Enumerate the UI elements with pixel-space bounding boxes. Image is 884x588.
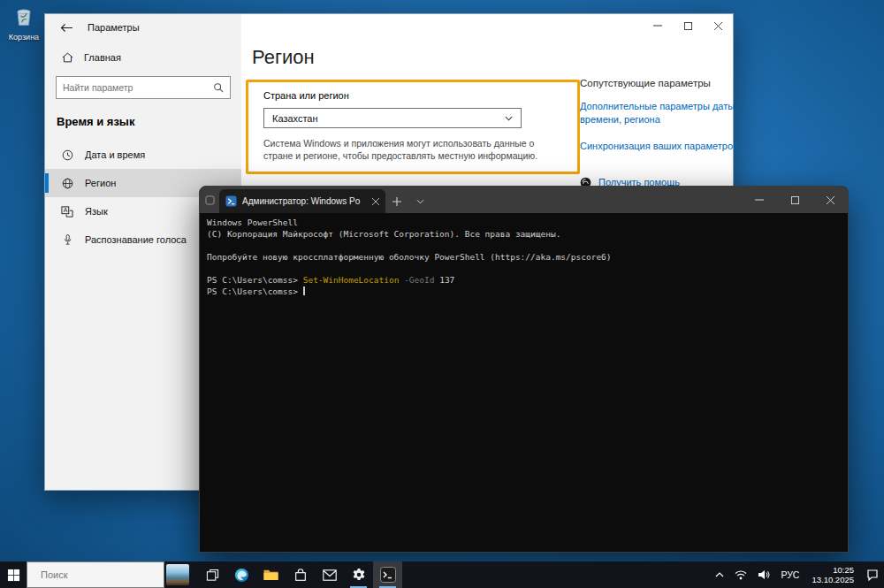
task-view-button[interactable] xyxy=(198,561,227,588)
desktop: Корзина Параметры Главная xyxy=(0,0,884,588)
clock-date: 13.10.2025 xyxy=(812,575,854,584)
settings-app-button[interactable] xyxy=(344,561,373,588)
svg-text:A: A xyxy=(64,207,68,213)
sidebar-item-label: Распознавание голоса xyxy=(85,234,187,245)
notification-icon xyxy=(866,569,879,581)
file-explorer-button[interactable] xyxy=(256,561,286,588)
settings-titlebar: Параметры xyxy=(45,14,241,41)
terminal-tab-title: Администратор: Windows Po xyxy=(242,196,367,206)
terminal-line-blank xyxy=(207,240,848,251)
country-region-highlight: Страна или регион Казахстан Система Wind… xyxy=(246,80,580,174)
close-button[interactable] xyxy=(703,14,733,37)
chevron-down-icon xyxy=(505,116,513,121)
start-button[interactable] xyxy=(0,561,27,588)
related-settings: Сопутствующие параметры Дополнительные п… xyxy=(580,78,741,189)
taskbar-search-input[interactable] xyxy=(41,569,166,580)
terminal-command-line: PS C:\Users\comss> Set-WinHomeLocation -… xyxy=(207,274,848,286)
maximize-button[interactable] xyxy=(673,14,703,37)
terminal-minimize-button[interactable] xyxy=(742,187,777,213)
country-label: Страна или регион xyxy=(263,90,562,101)
taskbar: РУС 10:25 13.10.2025 xyxy=(0,561,884,588)
back-arrow-icon xyxy=(60,23,73,33)
minimize-icon xyxy=(653,21,662,30)
terminal-line: (C) Корпорация Майкрософт (Microsoft Cor… xyxy=(207,228,848,240)
network-button[interactable] xyxy=(729,561,752,588)
action-center-button[interactable] xyxy=(861,561,884,588)
terminal-prompt-line: PS C:\Users\comss> xyxy=(207,286,848,297)
powershell-icon xyxy=(225,195,237,207)
chevron-down-icon xyxy=(416,199,424,204)
command-text: Set-WinHomeLocation xyxy=(303,275,400,285)
gear-icon xyxy=(352,568,366,582)
windows-logo-icon xyxy=(7,569,20,582)
taskbar-pinned-apps xyxy=(198,561,402,588)
settings-search-box[interactable] xyxy=(56,76,231,99)
taskbar-clock[interactable]: 10:25 13.10.2025 xyxy=(804,565,861,584)
close-icon xyxy=(827,196,834,204)
clock-time: 10:25 xyxy=(812,565,854,575)
sidebar-item-label: Дата и время xyxy=(85,149,145,160)
link-sync-settings[interactable]: Синхронизация ваших параметров xyxy=(580,140,741,153)
search-icon xyxy=(213,82,224,93)
home-icon xyxy=(60,52,74,63)
store-bag-icon xyxy=(294,569,307,582)
sidebar-item-home[interactable]: Главная xyxy=(45,46,241,69)
sidebar-section-title: Время и язык xyxy=(45,99,241,132)
terminal-output[interactable]: Windows PowerShell (C) Корпорация Майкро… xyxy=(200,213,848,297)
tray-overflow-button[interactable] xyxy=(710,561,729,588)
prompt-text: PS C:\Users\comss> xyxy=(207,275,298,285)
settings-window-controls xyxy=(643,14,733,37)
store-button[interactable] xyxy=(286,561,315,588)
plus-icon xyxy=(392,197,401,206)
task-view-icon xyxy=(206,569,219,582)
system-tray: РУС 10:25 13.10.2025 xyxy=(710,561,884,588)
widgets-button[interactable] xyxy=(164,561,191,588)
weather-widget-icon xyxy=(166,564,189,585)
new-tab-button[interactable] xyxy=(385,189,408,213)
terminal-window: Администратор: Windows Po xyxy=(199,186,849,553)
microphone-icon xyxy=(60,233,74,246)
taskbar-search-box[interactable] xyxy=(27,561,164,588)
language-icon: A xyxy=(60,206,74,218)
prompt-text: PS C:\Users\comss> xyxy=(207,286,298,296)
recycle-bin[interactable]: Корзина xyxy=(4,4,44,42)
language-indicator[interactable]: РУС xyxy=(775,561,804,588)
wifi-icon xyxy=(735,570,747,580)
terminal-icon xyxy=(380,567,396,583)
recycle-bin-label: Корзина xyxy=(4,33,44,42)
edge-button[interactable] xyxy=(227,561,256,588)
related-title: Сопутствующие параметры xyxy=(580,78,741,88)
sidebar-item-date-time[interactable]: Дата и время xyxy=(45,141,241,169)
tab-dropdown-button[interactable] xyxy=(408,189,431,213)
volume-button[interactable] xyxy=(752,561,775,588)
mail-icon xyxy=(323,569,337,581)
speaker-icon xyxy=(758,569,770,580)
terminal-close-button[interactable] xyxy=(812,187,848,213)
minimize-icon xyxy=(755,195,764,204)
terminal-line: Попробуйте новую кроссплатформенную обол… xyxy=(207,251,848,263)
terminal-line-blank xyxy=(207,263,848,274)
terminal-titlebar[interactable]: Администратор: Windows Po xyxy=(200,187,848,213)
mail-button[interactable] xyxy=(315,561,344,588)
terminal-window-controls xyxy=(742,187,848,213)
recycle-bin-icon xyxy=(11,4,37,28)
link-additional-datetime-region[interactable]: Дополнительные параметры даты, времени, … xyxy=(580,100,741,126)
edge-icon xyxy=(234,568,249,583)
terminal-tab[interactable]: Администратор: Windows Po xyxy=(219,189,385,213)
settings-window-title: Параметры xyxy=(88,22,140,33)
back-button[interactable] xyxy=(60,23,73,33)
terminal-app-icon xyxy=(200,187,219,213)
country-dropdown[interactable]: Казахстан xyxy=(263,108,522,128)
minimize-button[interactable] xyxy=(643,14,673,37)
settings-search-input[interactable] xyxy=(63,82,213,93)
page-title: Регион xyxy=(252,46,733,69)
chevron-up-icon xyxy=(715,572,724,577)
tab-close-icon[interactable] xyxy=(372,198,379,205)
country-value: Казахстан xyxy=(272,113,318,124)
terminal-app-button[interactable] xyxy=(373,561,402,588)
close-icon xyxy=(714,22,722,30)
terminal-maximize-button[interactable] xyxy=(777,187,812,213)
country-hint: Система Windows и приложения могут испол… xyxy=(263,137,562,162)
clock-icon xyxy=(60,149,74,161)
sidebar-item-label: Язык xyxy=(85,206,108,217)
